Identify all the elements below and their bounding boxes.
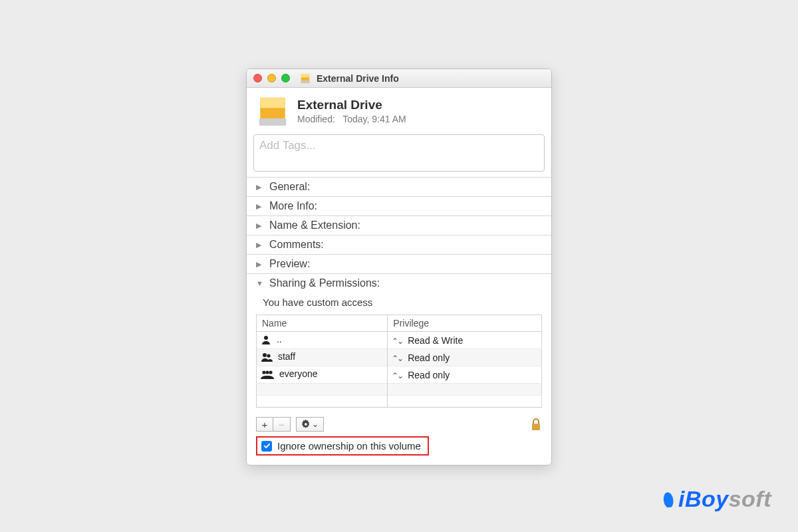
titlebar[interactable]: External Drive Info (247, 69, 551, 88)
item-name: External Drive (297, 98, 406, 112)
section-label: Sharing & Permissions: (269, 277, 380, 289)
access-summary: You have custom access (256, 293, 542, 315)
svg-point-6 (264, 336, 268, 340)
section-more-info[interactable]: ▶ More Info: (247, 196, 551, 215)
ignore-ownership-label: Ignore ownership on this volume (277, 440, 421, 452)
section-label: More Info: (269, 200, 317, 212)
ignore-ownership-checkbox[interactable] (261, 441, 272, 452)
section-sharing-permissions[interactable]: ▼ Sharing & Permissions: (247, 273, 551, 293)
privilege-value[interactable]: Read only (408, 352, 450, 363)
window-title: External Drive Info (317, 73, 399, 84)
permissions-toolbar: + − ⌄ (247, 413, 551, 434)
stepper-icon[interactable]: ⌃⌄ (392, 354, 402, 363)
svg-point-11 (269, 370, 272, 374)
permissions-row-empty (257, 396, 542, 408)
svg-point-8 (267, 354, 270, 357)
section-label: Comments: (269, 239, 324, 251)
add-remove-group: + − (256, 417, 291, 432)
svg-rect-5 (260, 98, 285, 108)
user-name: .. (277, 334, 282, 344)
privilege-value[interactable]: Read only (408, 370, 450, 380)
privilege-value[interactable]: Read & Write (408, 335, 463, 346)
section-label: General: (269, 181, 310, 193)
svg-point-7 (263, 353, 267, 357)
disclosure-right-icon: ▶ (256, 241, 265, 249)
watermark: iBoysoft (662, 486, 771, 512)
svg-rect-12 (532, 424, 540, 430)
modified-label: Modified: (297, 114, 335, 124)
stepper-icon[interactable]: ⌃⌄ (392, 371, 402, 380)
disclosure-right-icon: ▶ (256, 221, 265, 230)
get-info-window: External Drive Info External Drive Modif… (246, 68, 552, 466)
permissions-table: Name Privilege .. ⌃⌄ Read & Write (256, 315, 542, 408)
lock-icon[interactable] (530, 418, 542, 431)
svg-point-10 (265, 370, 269, 374)
user-name: everyone (279, 368, 318, 379)
chevron-down-icon: ⌄ (312, 420, 319, 429)
window-minimize-button[interactable] (267, 74, 276, 82)
permissions-row[interactable]: everyone ⌃⌄ Read only (257, 366, 542, 384)
action-menu-button[interactable]: ⌄ (296, 417, 324, 432)
brand-text: iBoysoft (678, 486, 771, 512)
disclosure-right-icon: ▶ (256, 183, 265, 192)
person-icon (261, 335, 271, 346)
section-preview[interactable]: ▶ Preview: (247, 254, 551, 273)
svg-rect-3 (259, 118, 287, 126)
disclosure-down-icon: ▼ (256, 279, 265, 287)
svg-point-9 (262, 370, 265, 374)
disclosure-right-icon: ▶ (256, 202, 265, 211)
window-close-button[interactable] (253, 74, 262, 82)
ignore-ownership-row[interactable]: Ignore ownership on this volume (256, 436, 429, 456)
window-zoom-button[interactable] (281, 74, 290, 82)
section-name-extension[interactable]: ▶ Name & Extension: (247, 215, 551, 235)
group-icon (261, 352, 273, 364)
external-drive-icon (299, 72, 311, 84)
droplet-icon (661, 490, 675, 507)
remove-button[interactable]: − (273, 417, 291, 432)
permissions-row[interactable]: .. ⌃⌄ Read & Write (257, 332, 542, 349)
add-button[interactable]: + (256, 417, 273, 432)
external-drive-icon (256, 94, 289, 128)
permissions-row[interactable]: staff ⌃⌄ Read only (257, 349, 542, 366)
user-name: staff (278, 351, 295, 362)
svg-rect-0 (301, 80, 310, 83)
stepper-icon[interactable]: ⌃⌄ (392, 336, 402, 346)
column-header-privilege[interactable]: Privilege (388, 315, 542, 332)
section-label: Name & Extension: (269, 219, 360, 231)
svg-rect-2 (301, 74, 309, 77)
gear-icon (302, 419, 311, 430)
section-comments[interactable]: ▶ Comments: (247, 235, 551, 254)
permissions-row-empty (257, 384, 542, 396)
column-header-name[interactable]: Name (257, 315, 388, 332)
info-header: External Drive Modified: Today, 9:41 AM (247, 88, 551, 134)
section-general[interactable]: ▶ General: (247, 177, 551, 196)
group-icon (261, 370, 274, 381)
disclosure-right-icon: ▶ (256, 260, 265, 269)
sharing-permissions-body: You have custom access Name Privilege .. (247, 293, 551, 413)
modified-line: Modified: Today, 9:41 AM (297, 114, 406, 124)
modified-value: Today, 9:41 AM (342, 114, 406, 124)
section-label: Preview: (269, 258, 310, 270)
tags-input[interactable]: Add Tags... (253, 134, 545, 172)
